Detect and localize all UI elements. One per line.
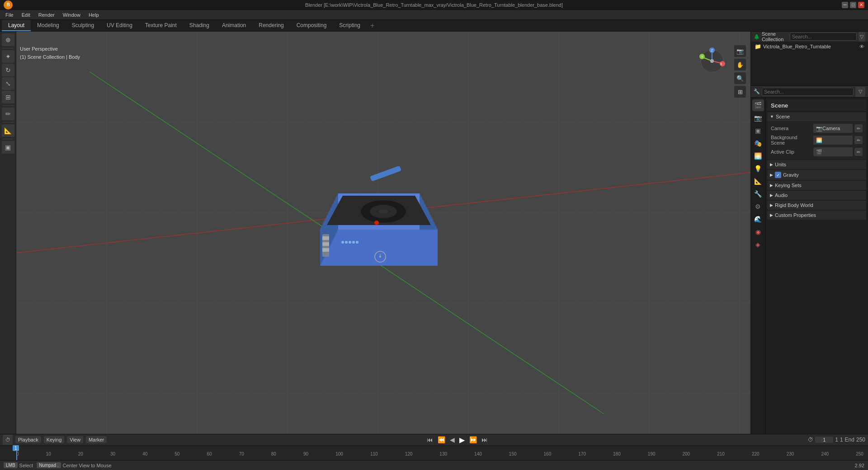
tab-animation[interactable]: Animation	[216, 20, 252, 31]
tl-mark-250: 250	[856, 451, 863, 456]
prop-icon-render[interactable]: 📷	[752, 112, 764, 124]
section-keying-sets-header[interactable]: ▶ Keying Sets	[767, 181, 866, 190]
menu-edit[interactable]: Edit	[18, 11, 34, 19]
tool-transform[interactable]: ⊞	[2, 91, 14, 103]
tab-rendering[interactable]: Rendering	[252, 20, 290, 31]
jump-back-button[interactable]: ⏪	[437, 436, 446, 443]
zoom-icon[interactable]: 🔍	[734, 72, 746, 84]
prop-value-camera[interactable]: 📷 Camera	[813, 124, 853, 133]
svg-rect-27	[322, 236, 329, 240]
tab-uv-editing[interactable]: UV Editing	[100, 20, 139, 31]
gravity-checkbox[interactable]: ✓	[775, 172, 781, 178]
svg-point-36	[352, 241, 355, 244]
section-units-arrow: ▶	[770, 162, 773, 167]
section-custom-props-header[interactable]: ▶ Custom Properties	[767, 211, 866, 220]
jump-to-end-button[interactable]: ⏭	[481, 436, 489, 443]
properties-search[interactable]	[762, 88, 854, 96]
camera-view-icon[interactable]: ⊞	[734, 86, 746, 98]
current-frame-input[interactable]	[815, 437, 833, 443]
section-audio-header[interactable]: ▶ Audio	[767, 191, 866, 200]
play-forward-button[interactable]: ⏩	[468, 436, 478, 443]
tool-annotate[interactable]: ✏	[2, 108, 14, 120]
outliner-item-eye[interactable]: 👁	[859, 44, 864, 49]
outliner-item-collection[interactable]: 📁 Victrola_Blue_Retro_Turntable 👁	[753, 42, 866, 51]
prop-icon-physics[interactable]: 🌊	[752, 213, 764, 225]
tool-rotate[interactable]: ↻	[2, 64, 14, 76]
tool-add-cube[interactable]: ▣	[2, 141, 14, 154]
menu-window[interactable]: Window	[59, 11, 84, 19]
tab-layout[interactable]: Layout	[2, 20, 31, 31]
tab-sculpting[interactable]: Sculpting	[66, 20, 100, 31]
tool-move[interactable]: ✦	[2, 50, 14, 63]
keying-menu[interactable]: Keying	[44, 436, 65, 443]
prop-edit-clip[interactable]: ✏	[854, 148, 863, 156]
maximize-button[interactable]: □	[850, 2, 856, 8]
jump-to-start-button[interactable]: ⏮	[426, 436, 434, 443]
tl-mark-210: 210	[717, 451, 725, 456]
section-audio-arrow: ▶	[770, 193, 773, 197]
prop-edit-bg-scene[interactable]: ✏	[854, 136, 863, 144]
section-keying-sets-label: Keying Sets	[775, 183, 802, 188]
prop-icon-view-layer[interactable]: 🎭	[752, 137, 764, 149]
menu-file[interactable]: File	[2, 11, 17, 19]
workspace-tabs: Layout Modeling Sculpting UV Editing Tex…	[0, 20, 868, 32]
look-through-camera-icon[interactable]: 📷	[734, 45, 746, 57]
timeline-header: ⏱ Playback Keying View Marker ⏮ ⏪ ◀ ▶ ⏩ …	[0, 434, 868, 446]
center-view-key: Numpad .	[37, 462, 61, 468]
prop-edit-camera[interactable]: ✏	[854, 124, 863, 132]
prop-icon-constraints[interactable]: ◉	[752, 226, 764, 238]
tl-mark-110: 110	[370, 451, 378, 456]
section-units: ▶ Units	[767, 160, 866, 169]
prop-icon-output[interactable]: ▣	[752, 125, 764, 136]
prop-icon-object[interactable]: 📐	[752, 175, 764, 187]
outliner-filter-icon[interactable]: ▽	[859, 32, 865, 42]
tool-scale[interactable]: ⤡	[2, 77, 14, 90]
prop-value-bg-scene[interactable]: 🌅	[813, 136, 853, 145]
prop-icon-modifier[interactable]: 🔧	[752, 188, 764, 200]
marker-menu[interactable]: Marker	[86, 436, 107, 443]
prop-icon-data[interactable]: ◈	[752, 239, 764, 250]
tl-mark-10: 10	[46, 451, 51, 456]
tab-scripting[interactable]: Scripting	[333, 20, 367, 31]
prop-icon-particles[interactable]: ⚙	[752, 201, 764, 212]
move-view-icon[interactable]: ✋	[734, 59, 746, 70]
tab-shading[interactable]: Shading	[183, 20, 216, 31]
section-units-header[interactable]: ▶ Units	[767, 160, 866, 169]
outliner-content: 📁 Victrola_Blue_Retro_Turntable 👁	[751, 42, 868, 52]
tl-mark-20: 20	[78, 451, 83, 456]
menu-bar: File Edit Render Window Help	[0, 10, 868, 20]
outliner-title: Scene Collection	[762, 31, 788, 42]
prop-value-active-clip[interactable]: 🎬	[813, 147, 853, 156]
tab-compositing[interactable]: Compositing	[290, 20, 333, 31]
prop-icon-scene2[interactable]: 🌅	[752, 150, 764, 162]
section-audio-label: Audio	[775, 193, 788, 198]
prop-label-camera: Camera	[771, 126, 811, 131]
menu-help[interactable]: Help	[85, 11, 103, 19]
minimize-button[interactable]: ─	[842, 2, 848, 8]
tab-texture-paint[interactable]: Texture Paint	[139, 20, 183, 31]
section-gravity-header[interactable]: ▶ ✓ Gravity	[767, 170, 866, 180]
tool-cursor[interactable]: ⊕	[2, 33, 14, 46]
tool-measure[interactable]: 📐	[2, 124, 14, 137]
3d-viewport[interactable]: ⚀ Object Mode ▾ View Select Add Object 🌐…	[16, 32, 750, 434]
view-menu-timeline[interactable]: View	[67, 436, 83, 443]
outliner-search[interactable]	[790, 33, 857, 41]
svg-marker-19	[320, 230, 438, 266]
tl-mark-170: 170	[578, 451, 586, 456]
close-button[interactable]: ✕	[858, 2, 864, 8]
section-scene-header[interactable]: ▼ Scene	[767, 112, 866, 121]
tab-modeling[interactable]: Modeling	[31, 20, 66, 31]
timeline-editor-icon[interactable]: ⏱	[3, 435, 13, 445]
props-filter-icon[interactable]: ▽	[855, 87, 865, 97]
prop-icon-scene[interactable]: 🎬	[752, 99, 764, 111]
play-button[interactable]: ▶	[458, 436, 466, 444]
playback-menu[interactable]: Playback	[15, 436, 41, 443]
menu-render[interactable]: Render	[35, 11, 58, 19]
right-sidebar: 🌲 Scene Collection ▽ 📁 Victrola_Blue_Ret…	[750, 32, 868, 434]
prop-icon-world[interactable]: 💡	[752, 163, 764, 174]
play-reverse-button[interactable]: ◀	[449, 436, 456, 443]
tab-add-button[interactable]: +	[367, 20, 378, 31]
section-rigid-body-header[interactable]: ▶ Rigid Body World	[767, 201, 866, 210]
timeline-ruler[interactable]: 1 0 10 20 30 40 50 60 70 80 90 100 110 1…	[0, 446, 868, 460]
prop-label-active-clip: Active Clip	[771, 149, 811, 155]
